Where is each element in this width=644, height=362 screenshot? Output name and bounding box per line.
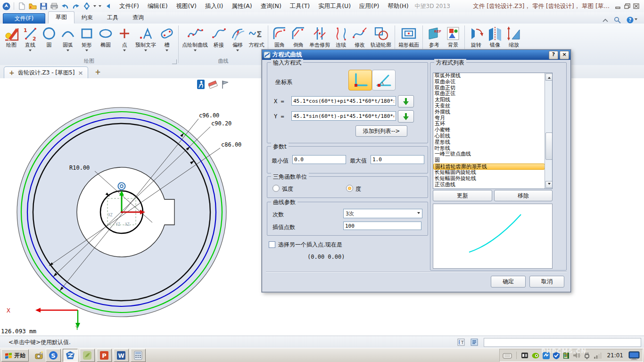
start-button[interactable]: 开始 [1, 349, 29, 362]
ribbon-item-line[interactable]: 12 直线 [21, 25, 40, 53]
radian-radio[interactable] [272, 185, 280, 192]
add-to-list-button[interactable]: 添加到列表--> [355, 125, 407, 137]
ribbon-item-curve-by-points[interactable]: 点绘制曲线 [181, 25, 209, 53]
dim-label-c90[interactable]: c90.20 [211, 120, 231, 127]
restore-button[interactable] [624, 3, 630, 9]
ok-button[interactable]: 确定 [491, 276, 526, 288]
flag-icon[interactable] [222, 80, 229, 89]
text-dropdown-caret[interactable] [144, 49, 147, 53]
menu-help[interactable]: 帮助(H) [383, 2, 413, 10]
ribbon-item-fillet[interactable]: 圆角 [270, 25, 289, 48]
dim-label-r10[interactable]: R10.00 [69, 165, 90, 171]
quicklaunch-powerpoint[interactable]: P [97, 349, 112, 362]
keyboard-layout-icon[interactable] [503, 352, 512, 359]
log-list-icon[interactable] [471, 338, 478, 346]
ribbon-item-background[interactable]: 背景 [444, 25, 462, 48]
cartesian-coord-button[interactable] [348, 70, 372, 90]
dialog-help-button[interactable]: ? [549, 51, 558, 59]
scroll-down-button[interactable] [545, 181, 553, 188]
quicklaunch-zw3d-active[interactable] [63, 349, 78, 362]
update-tray-icon[interactable] [543, 352, 550, 359]
ribbon-item-circle[interactable]: 圆 [40, 25, 58, 48]
menu-insert[interactable]: 插入(I) [201, 2, 227, 10]
curve-by-points-caret[interactable] [194, 49, 197, 53]
new-file-icon[interactable] [17, 2, 26, 10]
quicklaunch-s-app[interactable]: S [46, 349, 61, 362]
ribbon-item-connect[interactable]: 连续 [331, 25, 350, 48]
ribbon-item-point[interactable]: 点 [115, 25, 134, 53]
ribbon-item-reference[interactable]: REF 参考 [425, 25, 444, 48]
list-item[interactable]: 双弧外摆线 [433, 73, 545, 79]
ribbon-item-slot[interactable]: 槽 [157, 25, 176, 53]
group-expand-icon[interactable] [172, 59, 177, 64]
ribbon-item-box-section[interactable]: 箱形截面 [397, 25, 421, 48]
redo-icon[interactable] [72, 2, 80, 10]
spreadsheet-tray-icon[interactable] [563, 352, 570, 359]
screenshot-tool-icon[interactable] [34, 351, 44, 360]
file-menu-button[interactable]: 文件(F) [3, 13, 45, 24]
tab-inquire[interactable]: 查询 [125, 12, 151, 24]
offset-dropdown-caret[interactable] [236, 49, 239, 53]
tab-sketch[interactable]: 草图 [48, 11, 74, 24]
command-input[interactable] [484, 338, 641, 347]
x-equation-apply-button[interactable] [398, 95, 414, 107]
new-document-tab-button[interactable]: + [95, 68, 101, 76]
ribbon-item-mirror[interactable]: 镜像 [486, 25, 504, 48]
customize-caret-icon[interactable] [99, 5, 101, 8]
dim-label-c96[interactable]: c96.00 [199, 112, 219, 119]
list-item[interactable]: 外摆线 [433, 109, 545, 115]
ribbon-item-equation[interactable]: Σ 方程式 [247, 25, 266, 48]
ribbon-item-rectangle[interactable]: 矩形 [77, 25, 96, 53]
insert-point-checkbox[interactable] [269, 241, 275, 248]
quicklaunch-word[interactable]: W [114, 349, 129, 362]
help-icon[interactable]: ? [627, 16, 637, 24]
show-desktop-icon[interactable] [628, 351, 640, 360]
tab-tools[interactable]: 工具 [100, 12, 125, 24]
interp-points-input[interactable] [343, 222, 421, 230]
max-value-input[interactable] [371, 155, 424, 164]
close-button[interactable] [633, 3, 639, 9]
list-item[interactable]: 正弦曲线 [433, 182, 545, 188]
arc-dropdown-caret[interactable] [66, 49, 69, 53]
y-equation-input[interactable] [291, 111, 396, 121]
ribbon-item-rotate[interactable]: 旋转 [467, 25, 486, 48]
ribbon-item-modify[interactable]: 修改 [350, 25, 369, 48]
menu-applications[interactable]: 应用(P) [355, 2, 383, 10]
menu-file[interactable]: 文件(F) [115, 2, 143, 10]
volume-tray-icon[interactable] [573, 352, 580, 359]
order-select[interactable]: 3次 [343, 209, 422, 218]
menu-edit[interactable]: 编辑(E) [143, 2, 172, 10]
minimize-button[interactable] [615, 3, 621, 9]
menu-view[interactable]: 视图(V) [172, 2, 201, 10]
list-item[interactable]: 一峰三驻点曲线 [433, 151, 545, 157]
menu-inquire[interactable]: 查询(N) [256, 2, 286, 10]
menu-attributes[interactable]: 属性(A) [227, 2, 256, 10]
eraser-icon[interactable] [208, 81, 218, 89]
ribbon-item-scale[interactable]: 缩放 [504, 25, 523, 48]
list-item[interactable]: 长短幅圆内旋轮线 [433, 170, 545, 176]
list-item[interactable]: 长短幅圆外旋轮线 [433, 176, 545, 182]
ribbon-item-chamfer[interactable]: 倒角 [289, 25, 308, 48]
ribbon-item-offset[interactable]: 偏移 [228, 25, 247, 53]
list-item[interactable]: 心脏线 [433, 133, 545, 140]
x-equation-input[interactable] [291, 96, 396, 106]
min-value-input[interactable] [292, 155, 346, 164]
menu-utilities[interactable]: 实用工具(U) [314, 2, 355, 10]
degree-radio[interactable] [346, 185, 353, 192]
scroll-up-button[interactable] [545, 74, 553, 81]
regen-icon[interactable] [83, 2, 91, 10]
slot-dropdown-caret[interactable] [165, 49, 168, 53]
rectangle-dropdown-caret[interactable] [85, 49, 88, 53]
network-signal-tray-icon[interactable] [594, 353, 602, 359]
save-icon[interactable] [39, 2, 48, 10]
ribbon-item-ready-text[interactable]: 预制文字 [134, 25, 157, 53]
ribbon-item-ellipse[interactable]: 椭圆 [96, 25, 115, 48]
list-item[interactable]: 双曲余弦 [433, 79, 545, 85]
cancel-button[interactable]: 取消 [529, 276, 564, 288]
document-tab[interactable]: + 齿轮设计.Z3 - [草图5] × [4, 66, 88, 78]
power-plug-tray-icon[interactable] [584, 352, 590, 359]
collapse-left-icon[interactable] [104, 2, 112, 10]
dialog-title-bar[interactable]: 方程式曲线 ? × [262, 50, 570, 60]
taskbar-clock[interactable]: 21:01 [605, 352, 625, 359]
point-dropdown-caret[interactable] [123, 49, 126, 53]
